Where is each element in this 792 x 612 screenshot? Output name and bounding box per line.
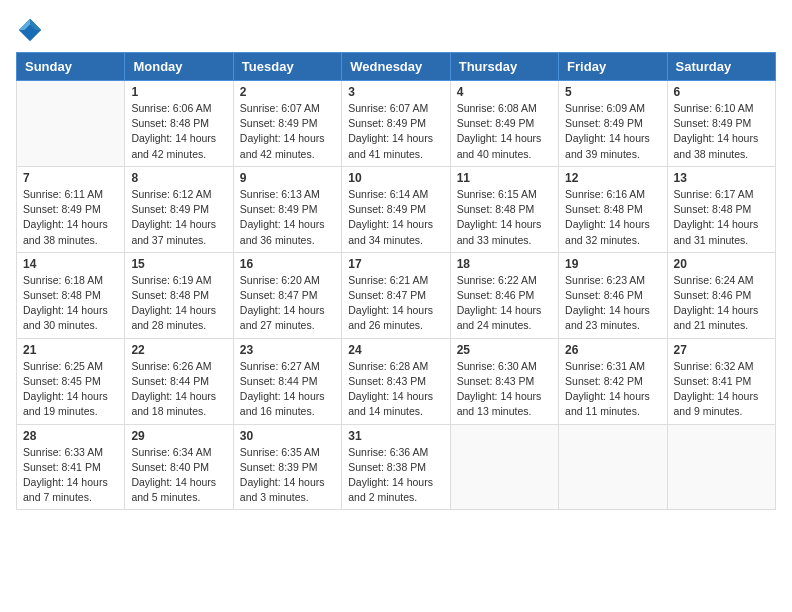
weekday-header-monday: Monday (125, 53, 233, 81)
cell-info: Sunrise: 6:15 AM Sunset: 8:48 PM Dayligh… (457, 187, 552, 248)
day-number: 27 (674, 343, 769, 357)
calendar-cell: 31Sunrise: 6:36 AM Sunset: 8:38 PM Dayli… (342, 424, 450, 510)
cell-info: Sunrise: 6:12 AM Sunset: 8:49 PM Dayligh… (131, 187, 226, 248)
cell-info: Sunrise: 6:19 AM Sunset: 8:48 PM Dayligh… (131, 273, 226, 334)
day-number: 14 (23, 257, 118, 271)
cell-info: Sunrise: 6:27 AM Sunset: 8:44 PM Dayligh… (240, 359, 335, 420)
calendar-cell (559, 424, 667, 510)
cell-info: Sunrise: 6:36 AM Sunset: 8:38 PM Dayligh… (348, 445, 443, 506)
calendar-cell: 20Sunrise: 6:24 AM Sunset: 8:46 PM Dayli… (667, 252, 775, 338)
calendar-cell: 28Sunrise: 6:33 AM Sunset: 8:41 PM Dayli… (17, 424, 125, 510)
weekday-header-thursday: Thursday (450, 53, 558, 81)
calendar-cell: 4Sunrise: 6:08 AM Sunset: 8:49 PM Daylig… (450, 81, 558, 167)
day-number: 17 (348, 257, 443, 271)
calendar-week-3: 21Sunrise: 6:25 AM Sunset: 8:45 PM Dayli… (17, 338, 776, 424)
day-number: 20 (674, 257, 769, 271)
cell-info: Sunrise: 6:26 AM Sunset: 8:44 PM Dayligh… (131, 359, 226, 420)
cell-info: Sunrise: 6:35 AM Sunset: 8:39 PM Dayligh… (240, 445, 335, 506)
calendar-cell: 26Sunrise: 6:31 AM Sunset: 8:42 PM Dayli… (559, 338, 667, 424)
cell-info: Sunrise: 6:24 AM Sunset: 8:46 PM Dayligh… (674, 273, 769, 334)
calendar-cell (450, 424, 558, 510)
calendar-week-0: 1Sunrise: 6:06 AM Sunset: 8:48 PM Daylig… (17, 81, 776, 167)
cell-info: Sunrise: 6:18 AM Sunset: 8:48 PM Dayligh… (23, 273, 118, 334)
calendar-cell: 19Sunrise: 6:23 AM Sunset: 8:46 PM Dayli… (559, 252, 667, 338)
day-number: 18 (457, 257, 552, 271)
cell-info: Sunrise: 6:16 AM Sunset: 8:48 PM Dayligh… (565, 187, 660, 248)
calendar-cell: 7Sunrise: 6:11 AM Sunset: 8:49 PM Daylig… (17, 166, 125, 252)
day-number: 9 (240, 171, 335, 185)
cell-info: Sunrise: 6:09 AM Sunset: 8:49 PM Dayligh… (565, 101, 660, 162)
cell-info: Sunrise: 6:23 AM Sunset: 8:46 PM Dayligh… (565, 273, 660, 334)
day-number: 19 (565, 257, 660, 271)
day-number: 23 (240, 343, 335, 357)
day-number: 21 (23, 343, 118, 357)
calendar-cell: 25Sunrise: 6:30 AM Sunset: 8:43 PM Dayli… (450, 338, 558, 424)
cell-info: Sunrise: 6:28 AM Sunset: 8:43 PM Dayligh… (348, 359, 443, 420)
day-number: 26 (565, 343, 660, 357)
calendar-cell: 11Sunrise: 6:15 AM Sunset: 8:48 PM Dayli… (450, 166, 558, 252)
weekday-header-tuesday: Tuesday (233, 53, 341, 81)
calendar-cell: 8Sunrise: 6:12 AM Sunset: 8:49 PM Daylig… (125, 166, 233, 252)
cell-info: Sunrise: 6:11 AM Sunset: 8:49 PM Dayligh… (23, 187, 118, 248)
calendar-cell: 17Sunrise: 6:21 AM Sunset: 8:47 PM Dayli… (342, 252, 450, 338)
cell-info: Sunrise: 6:22 AM Sunset: 8:46 PM Dayligh… (457, 273, 552, 334)
day-number: 3 (348, 85, 443, 99)
day-number: 12 (565, 171, 660, 185)
cell-info: Sunrise: 6:14 AM Sunset: 8:49 PM Dayligh… (348, 187, 443, 248)
cell-info: Sunrise: 6:21 AM Sunset: 8:47 PM Dayligh… (348, 273, 443, 334)
cell-info: Sunrise: 6:30 AM Sunset: 8:43 PM Dayligh… (457, 359, 552, 420)
calendar-cell: 9Sunrise: 6:13 AM Sunset: 8:49 PM Daylig… (233, 166, 341, 252)
calendar-week-4: 28Sunrise: 6:33 AM Sunset: 8:41 PM Dayli… (17, 424, 776, 510)
calendar-cell: 3Sunrise: 6:07 AM Sunset: 8:49 PM Daylig… (342, 81, 450, 167)
cell-info: Sunrise: 6:33 AM Sunset: 8:41 PM Dayligh… (23, 445, 118, 506)
day-number: 8 (131, 171, 226, 185)
calendar-week-2: 14Sunrise: 6:18 AM Sunset: 8:48 PM Dayli… (17, 252, 776, 338)
weekday-header-friday: Friday (559, 53, 667, 81)
calendar-cell: 6Sunrise: 6:10 AM Sunset: 8:49 PM Daylig… (667, 81, 775, 167)
weekday-header-wednesday: Wednesday (342, 53, 450, 81)
day-number: 28 (23, 429, 118, 443)
calendar-cell: 12Sunrise: 6:16 AM Sunset: 8:48 PM Dayli… (559, 166, 667, 252)
cell-info: Sunrise: 6:20 AM Sunset: 8:47 PM Dayligh… (240, 273, 335, 334)
calendar-cell: 23Sunrise: 6:27 AM Sunset: 8:44 PM Dayli… (233, 338, 341, 424)
cell-info: Sunrise: 6:31 AM Sunset: 8:42 PM Dayligh… (565, 359, 660, 420)
day-number: 6 (674, 85, 769, 99)
day-number: 31 (348, 429, 443, 443)
cell-info: Sunrise: 6:17 AM Sunset: 8:48 PM Dayligh… (674, 187, 769, 248)
calendar-cell: 18Sunrise: 6:22 AM Sunset: 8:46 PM Dayli… (450, 252, 558, 338)
cell-info: Sunrise: 6:13 AM Sunset: 8:49 PM Dayligh… (240, 187, 335, 248)
day-number: 5 (565, 85, 660, 99)
cell-info: Sunrise: 6:10 AM Sunset: 8:49 PM Dayligh… (674, 101, 769, 162)
calendar-cell (17, 81, 125, 167)
cell-info: Sunrise: 6:08 AM Sunset: 8:49 PM Dayligh… (457, 101, 552, 162)
cell-info: Sunrise: 6:32 AM Sunset: 8:41 PM Dayligh… (674, 359, 769, 420)
cell-info: Sunrise: 6:07 AM Sunset: 8:49 PM Dayligh… (348, 101, 443, 162)
day-number: 1 (131, 85, 226, 99)
day-number: 2 (240, 85, 335, 99)
calendar-cell: 16Sunrise: 6:20 AM Sunset: 8:47 PM Dayli… (233, 252, 341, 338)
calendar-cell: 10Sunrise: 6:14 AM Sunset: 8:49 PM Dayli… (342, 166, 450, 252)
day-number: 15 (131, 257, 226, 271)
calendar-cell: 22Sunrise: 6:26 AM Sunset: 8:44 PM Dayli… (125, 338, 233, 424)
calendar-cell: 14Sunrise: 6:18 AM Sunset: 8:48 PM Dayli… (17, 252, 125, 338)
logo (16, 16, 48, 44)
calendar-cell: 21Sunrise: 6:25 AM Sunset: 8:45 PM Dayli… (17, 338, 125, 424)
day-number: 13 (674, 171, 769, 185)
calendar-cell: 29Sunrise: 6:34 AM Sunset: 8:40 PM Dayli… (125, 424, 233, 510)
cell-info: Sunrise: 6:34 AM Sunset: 8:40 PM Dayligh… (131, 445, 226, 506)
page-header (16, 16, 776, 44)
calendar-cell: 30Sunrise: 6:35 AM Sunset: 8:39 PM Dayli… (233, 424, 341, 510)
day-number: 16 (240, 257, 335, 271)
calendar-cell: 24Sunrise: 6:28 AM Sunset: 8:43 PM Dayli… (342, 338, 450, 424)
day-number: 10 (348, 171, 443, 185)
day-number: 4 (457, 85, 552, 99)
day-number: 29 (131, 429, 226, 443)
calendar-cell: 15Sunrise: 6:19 AM Sunset: 8:48 PM Dayli… (125, 252, 233, 338)
weekday-header-sunday: Sunday (17, 53, 125, 81)
day-number: 11 (457, 171, 552, 185)
logo-icon (16, 16, 44, 44)
day-number: 24 (348, 343, 443, 357)
weekday-header-saturday: Saturday (667, 53, 775, 81)
day-number: 25 (457, 343, 552, 357)
day-number: 7 (23, 171, 118, 185)
